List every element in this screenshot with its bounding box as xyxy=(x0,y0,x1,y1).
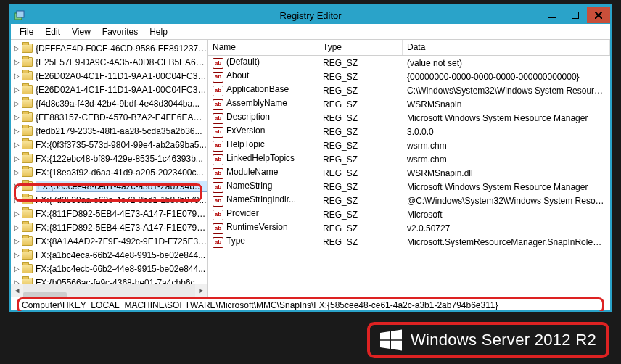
list-row[interactable]: ProviderREG_SZMicrosoft xyxy=(208,207,610,221)
string-value-icon xyxy=(213,58,223,69)
scroll-thumb[interactable] xyxy=(23,292,67,297)
tree-item[interactable]: ▷{E26D02A0-4C1F-11D1-9AA1-00C04FC33... xyxy=(11,69,207,83)
value-data-cell: 3.0.0.0 xyxy=(403,127,610,137)
expand-icon[interactable]: ▷ xyxy=(12,44,20,52)
tree-item[interactable]: ▷FX:{811FD892-5EB4-4E73-A147-F1E079E3... xyxy=(11,207,207,220)
close-button[interactable] xyxy=(587,7,610,23)
expand-icon[interactable]: ▷ xyxy=(12,154,20,162)
value-data-cell: wsrm.chm xyxy=(403,154,610,165)
expand-icon[interactable]: ▷ xyxy=(12,113,20,121)
minimize-button[interactable] xyxy=(540,7,564,23)
tree-item[interactable]: ▷FX:{811FD892-5EB4-4E73-A147-F1E079E3... xyxy=(11,220,207,234)
folder-icon xyxy=(22,44,33,53)
folder-icon xyxy=(22,195,33,204)
tree-hscrollbar[interactable]: ◄ ► xyxy=(11,284,207,297)
value-type-cell: REG_SZ xyxy=(318,168,403,178)
string-value-icon xyxy=(213,72,223,83)
tree-item[interactable]: ▷FX:{0f3f3735-573d-9804-99e4-ab2a69ba5..… xyxy=(11,138,207,152)
expand-icon[interactable]: ▷ xyxy=(12,223,20,231)
expand-icon[interactable]: ▷ xyxy=(12,127,20,135)
scroll-left-icon[interactable]: ◄ xyxy=(11,284,23,297)
list-row[interactable]: (Default)REG_SZ(value not set) xyxy=(208,56,610,70)
menu-file[interactable]: File xyxy=(14,25,39,38)
tree-item[interactable]: ▷{DFFFAE4D-F0CF-46CD-9586-FE891237A... xyxy=(11,41,207,55)
col-header-type[interactable]: Type xyxy=(318,40,403,55)
menu-help[interactable]: Help xyxy=(144,25,173,38)
tree-item[interactable]: ▷{FE883157-CEBD-4570-B7A2-E4FE6EABE... xyxy=(11,110,207,124)
menu-view[interactable]: View xyxy=(66,25,96,38)
col-header-name[interactable]: Name xyxy=(208,40,318,55)
svg-rect-2 xyxy=(548,17,556,18)
tree-item[interactable]: ▷{E25E57E9-DA9C-4A35-A0D8-CFB5EA6A... xyxy=(11,55,207,69)
string-value-icon xyxy=(213,141,223,152)
value-data-cell: wsrm.chm xyxy=(403,141,610,151)
col-header-data[interactable]: Data xyxy=(403,40,610,55)
tree-item[interactable]: ▷{f4d8c39a-f43d-42b4-9bdf-4e48d3044ba... xyxy=(11,96,207,110)
string-value-icon xyxy=(213,223,223,234)
list-row[interactable]: AboutREG_SZ{00000000-0000-0000-0000-0000… xyxy=(208,70,610,83)
tree-item[interactable]: ▷FX:{122ebc48-bf89-429e-8535-1c46393b... xyxy=(11,152,207,165)
value-data-cell: Microsoft Windows System Resource Manage… xyxy=(403,182,610,192)
tree-item[interactable]: ▷FX:{a1bc4eca-66b2-44e8-9915-be02e844... xyxy=(11,248,207,262)
menu-edit[interactable]: Edit xyxy=(39,25,66,38)
folder-icon xyxy=(22,209,33,218)
expand-icon[interactable]: ▷ xyxy=(12,237,20,245)
registry-editor-window: Registry Editor File Edit View Favorites… xyxy=(9,4,612,312)
list-row[interactable]: HelpTopicREG_SZwsrm.chm xyxy=(208,138,610,152)
tree-item[interactable]: ▷FX:{8A1A4AD2-7F9F-492c-9E1D-F725E3C... xyxy=(11,234,207,248)
folder-icon xyxy=(22,140,33,149)
list-row[interactable]: FxVersionREG_SZ3.0.0.0 xyxy=(208,125,610,138)
list-row[interactable]: TypeREG_SZMicrosoft.SystemResourceManage… xyxy=(208,235,610,249)
list-row[interactable]: NameStringIndir...REG_SZ@C:\Windows\Syst… xyxy=(208,194,610,207)
expand-icon[interactable]: ▷ xyxy=(12,168,20,176)
list-row[interactable]: ApplicationBaseREG_SZC:\Windows\System32… xyxy=(208,83,610,97)
folder-icon xyxy=(22,167,33,177)
value-type-cell: REG_SZ xyxy=(318,141,403,151)
scroll-right-icon[interactable]: ► xyxy=(195,284,207,297)
value-name-cell: FxVersion xyxy=(208,125,318,138)
value-name-cell: Type xyxy=(208,236,318,248)
titlebar[interactable]: Registry Editor xyxy=(11,7,610,24)
tree-pane[interactable]: ▷{DFFFAE4D-F0CF-46CD-9586-FE891237A...▷{… xyxy=(11,40,208,297)
values-pane[interactable]: Name Type Data (Default)REG_SZ(value not… xyxy=(208,40,610,297)
maximize-button[interactable] xyxy=(564,7,587,23)
value-name-cell: RuntimeVersion xyxy=(208,222,318,234)
expand-icon[interactable]: ▷ xyxy=(12,58,20,66)
list-row[interactable]: AssemblyNameREG_SZWSRMSnapin xyxy=(208,97,610,111)
list-row[interactable]: ModuleNameREG_SZWSRMSnapin.dll xyxy=(208,166,610,180)
expand-icon[interactable]: ▷ xyxy=(12,141,20,149)
tree-item-label: {E25E57E9-DA9C-4A35-A0D8-CFB5EA6A... xyxy=(36,57,207,67)
folder-icon xyxy=(22,71,33,80)
tree-item[interactable]: ▷FX:{18ea3f92-d6aa-41d9-a205-2023400c... xyxy=(11,165,207,179)
expand-icon[interactable]: ▷ xyxy=(12,182,20,190)
list-row[interactable]: NameStringREG_SZMicrosoft Windows System… xyxy=(208,180,610,194)
list-row[interactable]: LinkedHelpTopicsREG_SZwsrm.chm xyxy=(208,152,610,166)
value-name-cell: Provider xyxy=(208,208,318,220)
value-name-cell: About xyxy=(208,70,318,83)
list-row[interactable]: RuntimeVersionREG_SZv2.0.50727 xyxy=(208,221,610,235)
tree-item[interactable]: ▷FX:{a1bc4ecb-66b2-44e8-9915-be02e844... xyxy=(11,262,207,276)
value-type-cell: REG_SZ xyxy=(318,182,403,192)
tree-item[interactable]: ▷FX:{7d3530aa-e69e-4e72-8bd1-1b87b970... xyxy=(11,193,207,207)
value-data-cell: Microsoft xyxy=(403,210,610,220)
list-header[interactable]: Name Type Data xyxy=(208,40,610,56)
expand-icon[interactable]: ▷ xyxy=(12,210,20,218)
expand-icon[interactable]: ▷ xyxy=(12,72,20,80)
list-row[interactable]: DescriptionREG_SZMicrosoft Windows Syste… xyxy=(208,111,610,125)
menu-favorites[interactable]: Favorites xyxy=(96,25,144,38)
tree-item[interactable]: ▷{E26D02A1-4C1F-11D1-9AA1-00C04FC33... xyxy=(11,83,207,96)
tree-item[interactable]: ▷{fedb2179-2335-48f1-aa28-5cda35a2b36... xyxy=(11,124,207,138)
string-value-icon xyxy=(213,168,223,179)
expand-icon[interactable]: ▷ xyxy=(12,86,20,94)
expand-icon[interactable]: ▷ xyxy=(12,251,20,259)
expand-icon[interactable]: ▷ xyxy=(12,265,20,273)
expand-icon[interactable]: ▷ xyxy=(12,99,20,107)
value-data-cell: C:\Windows\System32\Windows System Resou… xyxy=(403,86,610,96)
value-data-cell: WSRMSnapin.dll xyxy=(403,168,610,178)
tree-item-label: FX:{0f3f3735-573d-9804-99e4-ab2a69ba5... xyxy=(36,140,207,150)
value-name-cell: NameStringIndir... xyxy=(208,194,318,207)
tree-item[interactable]: ▷FX:{585cee48-ce61-4a2c-a3b1-2ab794b6... xyxy=(11,179,207,193)
folder-icon xyxy=(22,223,33,232)
expand-icon[interactable]: ▷ xyxy=(12,196,20,204)
value-type-cell: REG_SZ xyxy=(318,196,403,206)
